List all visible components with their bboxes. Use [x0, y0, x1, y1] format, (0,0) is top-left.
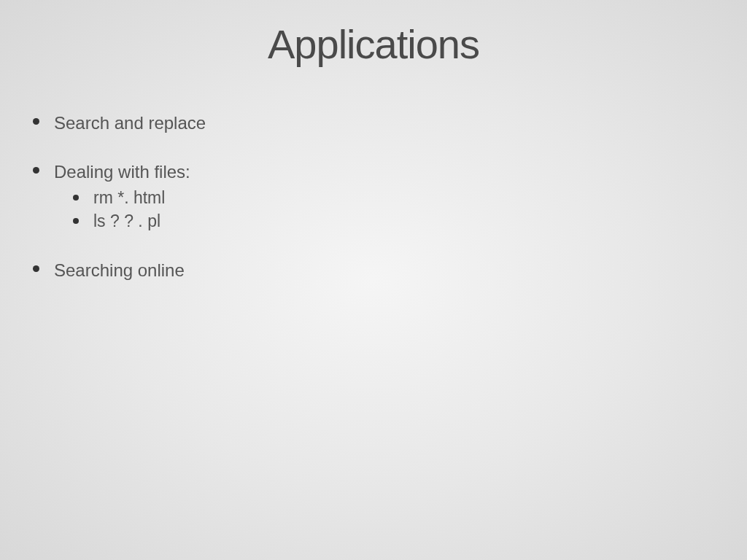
bullet-list: Search and replace Dealing with files: r…: [33, 112, 747, 281]
nested-list: rm *. html ls ? ? . pl: [54, 186, 190, 233]
slide-container: Applications Search and replace Dealing …: [0, 0, 747, 560]
bullet-dot-icon: [73, 195, 79, 201]
slide-title: Applications: [0, 0, 747, 68]
bullet-item: Dealing with files: rm *. html ls ? ? . …: [33, 160, 747, 233]
bullet-text: Searching online: [54, 259, 185, 281]
bullet-dot-icon: [33, 118, 39, 125]
nested-text: ls ? ? . pl: [93, 211, 160, 233]
bullet-item: Search and replace: [33, 112, 747, 134]
nested-item: rm *. html: [54, 187, 190, 209]
bullet-dot-icon: [73, 218, 79, 224]
bullet-content: Dealing with files: rm *. html ls ? ? . …: [54, 160, 190, 233]
bullet-item: Searching online: [33, 259, 747, 281]
nested-text: rm *. html: [93, 187, 165, 209]
bullet-dot-icon: [33, 167, 39, 174]
nested-item: ls ? ? . pl: [54, 211, 190, 233]
bullet-content: Search and replace: [54, 112, 206, 134]
bullet-content: Searching online: [54, 259, 185, 281]
bullet-text: Search and replace: [54, 112, 206, 134]
slide-content: Search and replace Dealing with files: r…: [0, 68, 747, 281]
bullet-dot-icon: [33, 265, 39, 272]
bullet-text: Dealing with files:: [54, 160, 190, 183]
